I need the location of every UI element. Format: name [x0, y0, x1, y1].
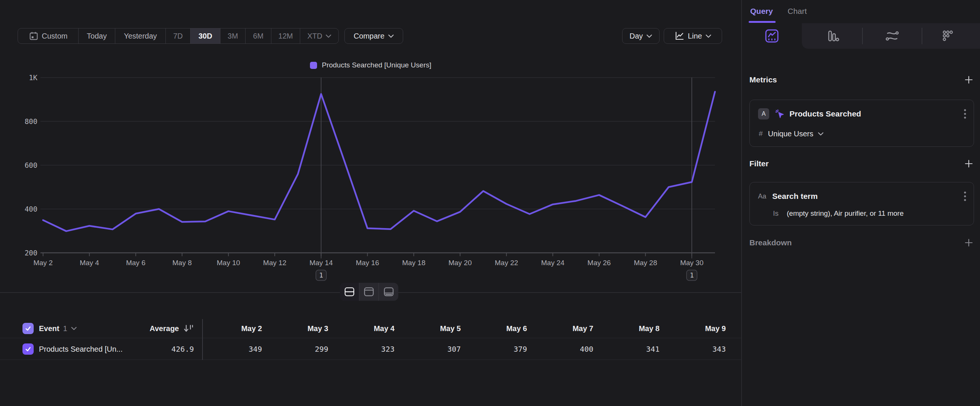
date-range-12m[interactable]: 12M	[271, 29, 300, 43]
x-axis-label: May 10	[217, 259, 240, 267]
table-col-header: May 5	[395, 324, 461, 333]
x-axis-label: May 6	[126, 259, 146, 267]
x-axis-label: May 22	[495, 259, 518, 267]
insights-line-chart[interactable]: 2004006008001KMay 2May 4May 6May 8May 10…	[0, 45, 741, 290]
average-sort-control[interactable]: Average	[94, 323, 194, 333]
kebab-icon	[964, 108, 966, 119]
calendar-icon	[29, 31, 38, 41]
tab-chart[interactable]: Chart	[788, 7, 807, 16]
tab-funnels[interactable]	[825, 29, 840, 43]
x-axis-label: May 26	[587, 259, 611, 267]
table-col-header: May 4	[328, 324, 395, 333]
series-line[interactable]	[43, 92, 715, 231]
chevron-down-icon	[326, 35, 331, 38]
chevron-down-icon	[388, 35, 394, 38]
annotation-badge-label: 1	[319, 271, 323, 279]
table-row: Products Searched [Un... 426.9 349299323…	[0, 338, 741, 360]
chevron-down-icon	[71, 327, 77, 330]
date-range-6m[interactable]: 6M	[245, 29, 271, 43]
report-canvas: Custom Today Yesterday 7D 30D 3M 6M 12M …	[0, 0, 741, 406]
annotation-badge-label: 1	[690, 271, 694, 279]
date-range-xtd[interactable]: XTD	[300, 29, 338, 43]
layout-chart-only-icon	[363, 287, 375, 297]
event-selector[interactable]: Event 1	[39, 324, 77, 333]
date-range-custom[interactable]: Custom	[18, 29, 79, 43]
event-checkbox[interactable]	[22, 323, 34, 334]
y-axis-label: 200	[25, 249, 37, 257]
table-date-headers: May 2May 3May 4May 5May 6May 7May 8May 9	[202, 319, 726, 338]
insights-icon	[764, 29, 780, 43]
table-col-header: May 6	[461, 324, 527, 333]
chevron-down-icon	[706, 35, 711, 38]
layout-split-button[interactable]	[340, 283, 360, 301]
x-axis-label: May 18	[402, 259, 425, 267]
filter-condition-row: Is (empty string), Air purifier, or 11 m…	[750, 207, 974, 220]
text-type-icon: Aa	[758, 193, 766, 201]
y-axis-label: 600	[25, 161, 37, 169]
tab-retention[interactable]	[940, 29, 955, 43]
table-col-header: May 2	[202, 324, 262, 333]
add-filter-icon[interactable]	[964, 159, 973, 168]
x-axis-label: May 2	[33, 259, 53, 267]
tab-flows[interactable]	[885, 29, 899, 43]
date-range-control: Custom Today Yesterday 7D 30D 3M 6M 12M …	[18, 28, 339, 44]
chart-type-dropdown[interactable]: Line	[664, 28, 722, 44]
analytics-app: Custom Today Yesterday 7D 30D 3M 6M 12M …	[0, 0, 980, 406]
measurement-row: # Unique Users	[750, 127, 974, 140]
table-cell: 341	[593, 345, 660, 353]
table-cell: 349	[202, 345, 262, 353]
metric-card[interactable]: A Products Searched # Unique Users	[749, 100, 974, 147]
table-cell: 323	[328, 345, 395, 353]
x-axis-label: May 30	[680, 259, 703, 267]
tab-insights[interactable]	[764, 29, 780, 43]
tab-divider	[862, 28, 863, 44]
table-cell: 307	[395, 345, 461, 353]
flows-icon	[885, 29, 899, 43]
layout-table-only-icon	[383, 287, 395, 297]
filter-operator[interactable]: Is	[773, 209, 779, 218]
date-range-7d[interactable]: 7D	[166, 29, 191, 43]
filter-row: Aa Search term	[750, 188, 974, 205]
filter-section-header: Filter	[749, 157, 973, 170]
add-metric-icon[interactable]	[964, 75, 973, 84]
metrics-section-header: Metrics	[749, 73, 973, 86]
x-axis-label: May 16	[356, 259, 379, 267]
date-range-label: Custom	[42, 32, 68, 40]
metric-name: Products Searched	[789, 109, 861, 118]
date-range-30d[interactable]: 30D	[191, 29, 221, 43]
date-range-today[interactable]: Today	[79, 29, 115, 43]
filter-card[interactable]: Aa Search term Is (empty string), Air pu…	[749, 182, 974, 226]
table-header-row: Event 1 Average May 2May 3May 4May 5May …	[0, 319, 741, 338]
x-axis-label: May 4	[80, 259, 99, 267]
report-type-tabs	[742, 23, 980, 49]
layout-chart-only-button[interactable]	[360, 283, 379, 301]
compare-button[interactable]: Compare	[344, 28, 403, 44]
check-icon	[24, 325, 32, 332]
filter-menu-button[interactable]	[964, 188, 966, 205]
table-col-header: May 8	[593, 324, 660, 333]
x-axis-label: May 28	[634, 259, 657, 267]
date-range-yesterday[interactable]: Yesterday	[115, 29, 166, 43]
add-breakdown-icon[interactable]	[964, 238, 973, 247]
metric-menu-button[interactable]	[964, 105, 966, 123]
x-axis-label: May 20	[449, 259, 472, 267]
tab-query[interactable]: Query	[750, 7, 773, 16]
line-chart-icon	[675, 31, 684, 41]
x-axis-label: May 14	[310, 259, 333, 267]
measurement-selector[interactable]: Unique Users	[768, 130, 813, 138]
layout-split-icon	[344, 287, 355, 297]
layout-table-only-button[interactable]	[379, 283, 398, 301]
date-range-3m[interactable]: 3M	[221, 29, 245, 43]
number-icon: #	[759, 130, 763, 138]
panel-tab-bar: Query Chart	[742, 0, 980, 23]
series-checkbox[interactable]	[22, 344, 34, 355]
chevron-down-icon	[818, 132, 824, 135]
average-value: 426.9	[127, 345, 194, 353]
event-click-icon	[775, 108, 785, 119]
filter-heading: Filter	[749, 159, 768, 168]
table-cell: 400	[527, 345, 593, 353]
table-col-header: May 9	[660, 324, 726, 333]
granularity-dropdown[interactable]: Day	[622, 28, 660, 44]
x-axis-label: May 12	[263, 259, 286, 267]
filter-values[interactable]: (empty string), Air purifier, or 11 more	[787, 209, 904, 218]
